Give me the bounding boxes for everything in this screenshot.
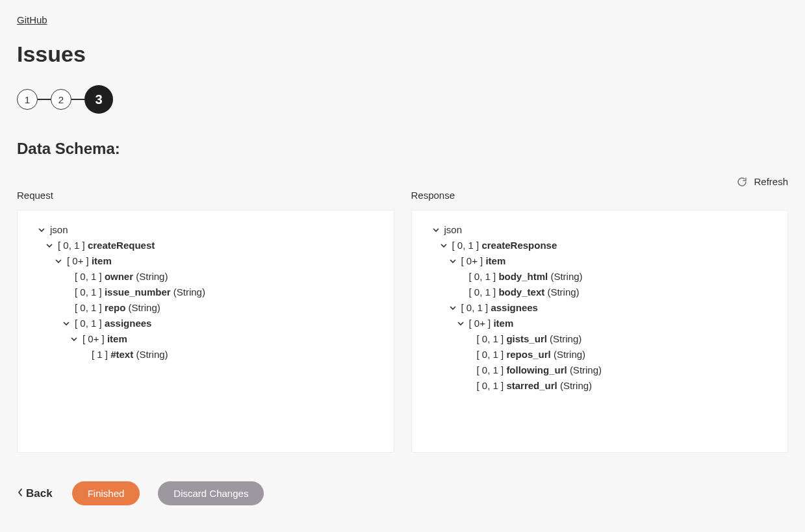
chevron-down-icon[interactable] [431,225,441,234]
tree-node-following-url[interactable]: [ 0, 1 ] following_url (String) [424,362,776,378]
tree-node-name: repo [105,300,126,316]
tree-node-issue-number[interactable]: [ 0, 1 ] issue_number (String) [29,285,382,300]
tree-node-type: (String) [554,347,585,362]
tree-node-text[interactable]: [ 1 ] #text (String) [29,347,382,362]
tree-node-card: [ 0+ ] [469,316,491,331]
tree-node-label: json [50,222,68,238]
response-column: Response json [ 0, 1 ] createResponse [411,190,789,453]
tree-node-createRequest[interactable]: [ 0, 1 ] createRequest [29,238,382,253]
tree-node-createResponse[interactable]: [ 0, 1 ] createResponse [424,238,776,253]
tree-node-name: gists_url [506,331,547,347]
tree-node-name: createRequest [88,238,155,253]
tree-node-type: (String) [550,331,581,347]
tree-node-name: item [485,253,505,269]
tree-node-item[interactable]: [ 0+ ] item [29,253,382,269]
tree-node-name: repos_url [506,347,550,362]
tree-node-repo[interactable]: [ 0, 1 ] repo (String) [29,300,382,316]
tree-node-card: [ 0, 1 ] [477,347,504,362]
tree-node-item2[interactable]: [ 0+ ] item [29,331,382,347]
tree-node-type: (String) [136,347,168,362]
request-column: Request json [ 0, 1 ] createRequest [ [17,190,394,453]
tree-node-name: item [92,253,112,269]
tree-node-repos-url[interactable]: [ 0, 1 ] repos_url (String) [424,347,776,362]
tree-node-card: [ 0, 1 ] [461,300,489,316]
tree-node-card: [ 0, 1 ] [477,378,504,394]
tree-node-json[interactable]: json [29,222,382,238]
tree-node-card: [ 0, 1 ] [452,238,479,253]
chevron-down-icon[interactable] [54,257,63,266]
chevron-left-icon [17,487,23,500]
tree-node-item2[interactable]: [ 0+ ] item [424,316,776,331]
refresh-button[interactable]: Refresh [17,176,788,187]
breadcrumb-link[interactable]: GitHub [17,14,47,25]
chevron-down-icon[interactable] [45,241,54,250]
chevron-down-icon[interactable] [456,319,465,328]
tree-node-body-text[interactable]: [ 0, 1 ] body_text (String) [424,285,776,300]
back-label: Back [26,487,53,500]
tree-node-name: issue_number [105,285,171,300]
tree-node-card: [ 0, 1 ] [75,300,102,316]
tree-node-name: body_text [498,285,544,300]
tree-node-body-html[interactable]: [ 0, 1 ] body_html (String) [424,269,776,285]
tree-node-type: (String) [547,285,579,300]
request-panel: json [ 0, 1 ] createRequest [ 0+ ] item [17,210,394,453]
tree-node-name: item [107,331,127,347]
tree-node-type: (String) [570,362,602,378]
tree-node-gists-url[interactable]: [ 0, 1 ] gists_url (String) [424,331,776,347]
chevron-down-icon[interactable] [448,257,457,266]
tree-node-name: starred_url [506,378,557,394]
chevron-down-icon[interactable] [448,303,457,312]
tree-node-owner[interactable]: [ 0, 1 ] owner (String) [29,269,382,285]
step-1[interactable]: 1 [17,89,38,110]
back-button[interactable]: Back [17,487,53,500]
response-header: Response [411,190,789,201]
tree-node-card: [ 0, 1 ] [75,285,102,300]
chevron-down-icon[interactable] [62,319,71,328]
tree-node-name: item [493,316,513,331]
request-header: Request [17,190,394,201]
tree-node-card: [ 0, 1 ] [469,285,496,300]
tree-node-assignees[interactable]: [ 0, 1 ] assignees [424,300,776,316]
tree-node-card: [ 0, 1 ] [75,316,102,331]
step-3[interactable]: 3 [84,85,113,114]
refresh-label: Refresh [754,176,788,187]
tree-node-name: #text [110,347,133,362]
tree-node-starred-url[interactable]: [ 0, 1 ] starred_url (String) [424,378,776,394]
finished-button[interactable]: Finished [72,481,140,505]
tree-node-card: [ 0, 1 ] [477,331,504,347]
tree-node-name: owner [105,269,133,285]
tree-node-item[interactable]: [ 0+ ] item [424,253,776,269]
chevron-down-icon[interactable] [439,241,448,250]
step-connector [38,99,51,100]
discard-changes-button[interactable]: Discard Changes [158,481,264,505]
tree-node-card: [ 0, 1 ] [469,269,496,285]
tree-node-name: assignees [491,300,538,316]
tree-node-card: [ 0+ ] [461,253,483,269]
tree-node-label: json [444,222,463,238]
stepper: 1 2 3 [17,85,788,114]
tree-node-type: (String) [560,378,592,394]
tree-node-name: assignees [105,316,152,331]
tree-node-name: body_html [498,269,548,285]
tree-node-name: following_url [506,362,567,378]
tree-node-card: [ 0, 1 ] [58,238,85,253]
tree-node-card: [ 0, 1 ] [477,362,504,378]
step-connector [71,99,84,100]
tree-node-type: (String) [173,285,205,300]
tree-node-card: [ 1 ] [92,347,108,362]
tree-node-type: (String) [129,300,160,316]
chevron-down-icon[interactable] [37,225,46,234]
page-title: Issues [17,42,788,67]
tree-node-card: [ 0, 1 ] [75,269,102,285]
tree-node-name: createResponse [481,238,557,253]
tree-node-json[interactable]: json [424,222,776,238]
chevron-down-icon[interactable] [70,335,79,344]
response-panel: json [ 0, 1 ] createResponse [ 0+ ] item [411,210,789,453]
step-2[interactable]: 2 [51,89,71,110]
tree-node-type: (String) [136,269,168,285]
tree-node-assignees[interactable]: [ 0, 1 ] assignees [29,316,382,331]
tree-node-type: (String) [550,269,582,285]
section-title: Data Schema: [17,140,788,158]
tree-node-card: [ 0+ ] [83,331,105,347]
tree-node-card: [ 0+ ] [67,253,89,269]
